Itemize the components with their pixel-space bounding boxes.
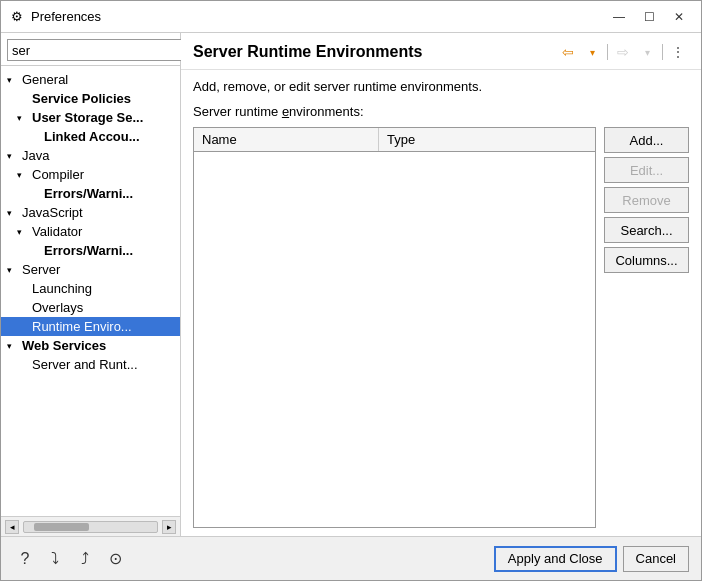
- right-panel: Server Runtime Environments ⇦ ▾ ⇨ ▾ ⋮ Ad…: [181, 33, 701, 536]
- title-bar: ⚙ Preferences — ☐ ✕: [1, 1, 701, 33]
- sidebar-item-label: Validator: [32, 224, 174, 239]
- sidebar-item-runtime-env[interactable]: Runtime Enviro...: [1, 317, 180, 336]
- sidebar-item-java[interactable]: ▾Java: [1, 146, 180, 165]
- sidebar-item-web-services[interactable]: ▾Web Services: [1, 336, 180, 355]
- search-btn[interactable]: Search...: [604, 217, 689, 243]
- bottom-right: Apply and Close Cancel: [494, 546, 689, 572]
- window-icon: ⚙: [9, 9, 25, 25]
- table-buttons: Add...Edit...RemoveSearch...Columns...: [604, 127, 689, 528]
- sidebar: ✕ ▾GeneralService Policies▾User Storage …: [1, 33, 181, 536]
- toolbar-sep-1: [607, 44, 608, 60]
- sidebar-item-label: Java: [22, 148, 174, 163]
- main-content: ✕ ▾GeneralService Policies▾User Storage …: [1, 33, 701, 536]
- environments-label: Server runtime environments:: [193, 104, 689, 119]
- toolbar-sep-2: [662, 44, 663, 60]
- scroll-thumb: [34, 523, 89, 531]
- horizontal-scrollbar[interactable]: ◂ ▸: [1, 516, 180, 536]
- panel-menu-icon[interactable]: ⋮: [667, 41, 689, 63]
- sidebar-item-errors-warnings-js[interactable]: Errors/Warni...: [1, 241, 180, 260]
- tree-arrow: ▾: [7, 265, 19, 275]
- tree-arrow: ▾: [17, 113, 29, 123]
- cancel-button[interactable]: Cancel: [623, 546, 689, 572]
- back-icon[interactable]: ⇦: [557, 41, 579, 63]
- forward-icon: ⇨: [612, 41, 634, 63]
- search-box: ✕: [1, 33, 180, 66]
- sidebar-item-general[interactable]: ▾General: [1, 70, 180, 89]
- col-type-header: Type: [379, 128, 595, 151]
- panel-toolbar: ⇦ ▾ ⇨ ▾ ⋮: [557, 41, 689, 63]
- bottom-icons: ?⤵⤴⊙: [13, 547, 494, 571]
- scroll-right-arrow[interactable]: ▸: [162, 520, 176, 534]
- panel-body: Add, remove, or edit server runtime envi…: [181, 70, 701, 536]
- search-input[interactable]: [7, 39, 185, 61]
- sidebar-item-label: Server: [22, 262, 174, 277]
- underline-e: e: [282, 104, 289, 119]
- table-header: Name Type: [194, 128, 595, 152]
- col-name-header: Name: [194, 128, 379, 151]
- tree-arrow: ▾: [7, 75, 19, 85]
- window-controls: — ☐ ✕: [605, 6, 693, 28]
- close-button[interactable]: ✕: [665, 6, 693, 28]
- panel-title: Server Runtime Environments: [193, 43, 549, 61]
- sidebar-item-label: Linked Accou...: [44, 129, 174, 144]
- columns-btn[interactable]: Columns...: [604, 247, 689, 273]
- scroll-track: [23, 521, 158, 533]
- tree-arrow: ▾: [7, 151, 19, 161]
- window-title: Preferences: [31, 9, 605, 24]
- sidebar-item-label: Launching: [32, 281, 174, 296]
- sidebar-item-service-policies[interactable]: Service Policies: [1, 89, 180, 108]
- scroll-left-arrow[interactable]: ◂: [5, 520, 19, 534]
- bottom-bar: ?⤵⤴⊙ Apply and Close Cancel: [1, 536, 701, 580]
- apply-and-close-button[interactable]: Apply and Close: [494, 546, 617, 572]
- runtime-table: Name Type: [193, 127, 596, 528]
- sidebar-item-label: Server and Runt...: [32, 357, 174, 372]
- sidebar-item-overlays[interactable]: Overlays: [1, 298, 180, 317]
- sidebar-item-launching[interactable]: Launching: [1, 279, 180, 298]
- table-and-buttons: Name Type Add...Edit...RemoveSearch...Co…: [193, 127, 689, 528]
- tree-arrow: ▾: [17, 227, 29, 237]
- tree-arrow: ▾: [7, 208, 19, 218]
- panel-description: Add, remove, or edit server runtime envi…: [193, 78, 689, 96]
- sidebar-item-label: Errors/Warni...: [44, 186, 174, 201]
- tree-arrow: ▾: [17, 170, 29, 180]
- maximize-button[interactable]: ☐: [635, 6, 663, 28]
- sidebar-item-label: General: [22, 72, 174, 87]
- sidebar-item-label: Runtime Enviro...: [32, 319, 174, 334]
- table-body[interactable]: [194, 152, 595, 527]
- sidebar-item-errors-warnings-java[interactable]: Errors/Warni...: [1, 184, 180, 203]
- remove-btn: Remove: [604, 187, 689, 213]
- sidebar-item-label: Compiler: [32, 167, 174, 182]
- sidebar-item-user-storage[interactable]: ▾User Storage Se...: [1, 108, 180, 127]
- add-btn[interactable]: Add...: [604, 127, 689, 153]
- sidebar-item-label: Errors/Warni...: [44, 243, 174, 258]
- sidebar-item-server[interactable]: ▾Server: [1, 260, 180, 279]
- preferences-icon[interactable]: ⊙: [103, 547, 127, 571]
- panel-header: Server Runtime Environments ⇦ ▾ ⇨ ▾ ⋮: [181, 33, 701, 70]
- import-icon[interactable]: ⤵: [43, 547, 67, 571]
- sidebar-item-label: Service Policies: [32, 91, 174, 106]
- forward-dropdown-icon: ▾: [636, 41, 658, 63]
- sidebar-item-server-and-runt[interactable]: Server and Runt...: [1, 355, 180, 374]
- sidebar-item-linked-accounts[interactable]: Linked Accou...: [1, 127, 180, 146]
- minimize-button[interactable]: —: [605, 6, 633, 28]
- back-dropdown-icon[interactable]: ▾: [581, 41, 603, 63]
- sidebar-tree: ▾GeneralService Policies▾User Storage Se…: [1, 66, 180, 516]
- sidebar-item-label: User Storage Se...: [32, 110, 174, 125]
- preferences-window: ⚙ Preferences — ☐ ✕ ✕ ▾GeneralService Po…: [0, 0, 702, 581]
- edit-btn: Edit...: [604, 157, 689, 183]
- sidebar-item-label: JavaScript: [22, 205, 174, 220]
- sidebar-item-javascript[interactable]: ▾JavaScript: [1, 203, 180, 222]
- sidebar-item-compiler[interactable]: ▾Compiler: [1, 165, 180, 184]
- tree-arrow: ▾: [7, 341, 19, 351]
- export-icon[interactable]: ⤴: [73, 547, 97, 571]
- sidebar-item-label: Overlays: [32, 300, 174, 315]
- sidebar-item-label: Web Services: [22, 338, 174, 353]
- sidebar-item-validator[interactable]: ▾Validator: [1, 222, 180, 241]
- help-icon[interactable]: ?: [13, 547, 37, 571]
